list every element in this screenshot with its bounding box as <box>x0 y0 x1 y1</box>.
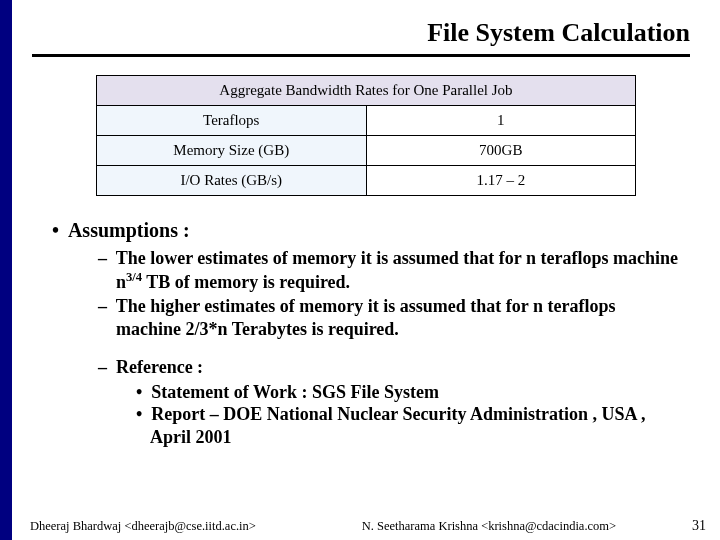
table-row-label: Teraflops <box>97 106 367 136</box>
footer-left: Dheeraj Bhardwaj <dheerajb@cse.iitd.ac.i… <box>30 519 256 534</box>
reference-item: • Statement of Work : SGS File System <box>136 381 680 404</box>
footer: Dheeraj Bhardwaj <dheerajb@cse.iitd.ac.i… <box>30 518 706 534</box>
reference-text: Report – DOE National Nuclear Security A… <box>150 404 645 447</box>
assumption-text: The higher estimates of memory it is ass… <box>116 296 616 339</box>
superscript: 3/4 <box>126 270 142 284</box>
footer-mid: N. Seetharama Krishna <krishna@cdacindia… <box>286 519 692 534</box>
assumptions-heading: • Assumptions : <box>52 218 680 243</box>
page-title: File System Calculation <box>12 0 720 54</box>
table-row-value: 1.17 – 2 <box>366 166 636 196</box>
reference-item: • Report – DOE National Nuclear Security… <box>136 403 680 448</box>
reference-heading-text: Reference : <box>116 357 203 377</box>
assumption-text: TB of memory is required. <box>142 272 350 292</box>
content-body: • Assumptions : – The lower estimates of… <box>12 196 720 448</box>
page-number: 31 <box>692 518 706 534</box>
assumptions-heading-text: Assumptions : <box>68 219 190 241</box>
assumption-item: – The higher estimates of memory it is a… <box>98 295 680 340</box>
bandwidth-table: Aggregate Bandwidth Rates for One Parall… <box>96 75 636 196</box>
assumption-item: – The lower estimates of memory it is as… <box>98 247 680 293</box>
table-row-value: 700GB <box>366 136 636 166</box>
title-underline <box>32 54 690 57</box>
table-row-label: Memory Size (GB) <box>97 136 367 166</box>
table-row-value: 1 <box>366 106 636 136</box>
table-header: Aggregate Bandwidth Rates for One Parall… <box>97 76 636 106</box>
reference-heading: – Reference : <box>98 356 680 379</box>
table-row-label: I/O Rates (GB/s) <box>97 166 367 196</box>
reference-text: Statement of Work : SGS File System <box>151 382 439 402</box>
